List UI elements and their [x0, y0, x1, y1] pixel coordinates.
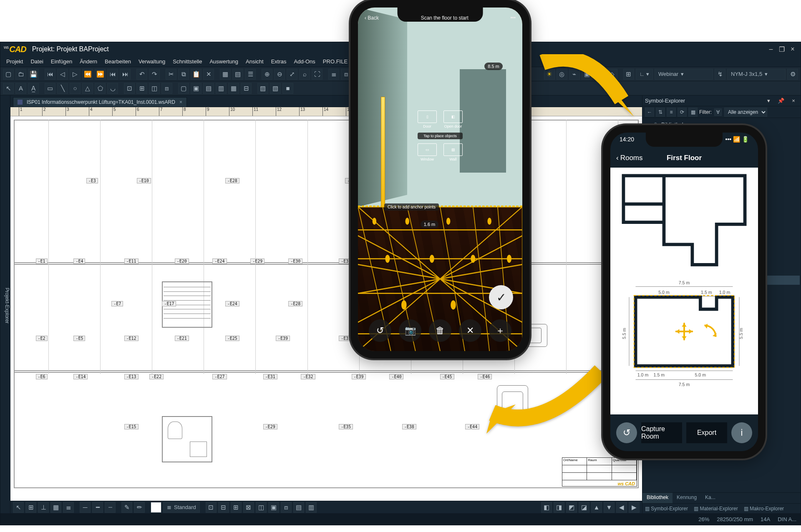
s-pen2-icon[interactable]: ✏ — [134, 502, 145, 513]
zoom-fit-icon[interactable]: ⤢ — [287, 69, 297, 80]
webinar-dropdown[interactable]: Webinar ▾ — [655, 69, 713, 80]
s-layers-icon[interactable]: ≣ — [63, 502, 74, 513]
footer-material-explorer[interactable]: ▥ Material-Explorer — [694, 506, 738, 512]
phone2-undo-button[interactable]: ↺ — [616, 422, 637, 443]
window-close-button[interactable]: × — [788, 45, 797, 54]
nav-first-icon[interactable]: ⏮ — [45, 69, 55, 80]
phone2-info-button[interactable]: i — [731, 422, 752, 443]
menu-datei[interactable]: Datei — [27, 57, 46, 66]
solid-icon[interactable]: ■ — [282, 83, 293, 94]
s-m5-icon[interactable]: ▲ — [591, 502, 602, 513]
hatch1-icon[interactable]: ▨ — [257, 83, 268, 94]
menu-bearbeiten[interactable]: Bearbeiten — [101, 57, 134, 66]
menu-ansicht[interactable]: Ansicht — [242, 57, 267, 66]
paste-icon[interactable]: 📋 — [191, 69, 202, 80]
pt-grid-icon[interactable]: ▦ — [688, 108, 698, 117]
s-e8-icon[interactable]: ▤ — [293, 502, 304, 513]
nav-prev-icon[interactable]: ◁ — [57, 69, 68, 80]
list-icon[interactable]: ☰ — [245, 69, 256, 80]
phone2-export-button[interactable]: Export — [686, 422, 727, 443]
cable-type-dropdown[interactable]: NYM-J 3x1,5 ▾ — [727, 69, 786, 80]
ar-delete-button[interactable]: 🗑 — [429, 319, 451, 342]
panel-pin-icon[interactable]: 📌 — [776, 96, 786, 105]
ar-tool-open-door[interactable]: ◧Open door — [443, 110, 463, 128]
ar-undo-button[interactable]: ↺ — [369, 319, 391, 342]
s-cursor-icon[interactable]: ↖ — [13, 502, 24, 513]
nav-play-icon[interactable]: ▷ — [70, 69, 81, 80]
pt-filter-icon[interactable]: ≡ — [667, 108, 676, 117]
ar-back-button[interactable]: ‹ Back — [365, 15, 379, 21]
new-icon[interactable]: ▢ — [3, 69, 14, 80]
s-snap-icon[interactable]: ⊞ — [25, 502, 36, 513]
box5-icon[interactable]: ▦ — [228, 83, 239, 94]
s-m2-icon[interactable]: ◨ — [554, 502, 564, 513]
s-line2-icon[interactable]: ━ — [92, 502, 103, 513]
menu-verwaltung[interactable]: Verwaltung — [135, 57, 169, 66]
s-color-icon[interactable] — [151, 502, 161, 513]
pt-refresh-icon[interactable]: ⟳ — [678, 108, 687, 117]
text-a-icon[interactable]: A — [15, 83, 26, 94]
s-layers-menu[interactable]: ≣ Standard — [163, 502, 200, 513]
s-grid-icon[interactable]: ▦ — [50, 502, 61, 513]
layer-icon[interactable]: ≣ — [328, 69, 339, 80]
s-m6-icon[interactable]: ▼ — [604, 502, 615, 513]
phone2-capture-button[interactable]: Capture Room — [641, 422, 682, 443]
window-minimize-button[interactable]: – — [766, 45, 776, 54]
ar-tool-window[interactable]: ▭Window — [418, 143, 437, 161]
zoom-region-icon[interactable]: ⌕ — [299, 69, 310, 80]
s-line3-icon[interactable]: ┄ — [105, 502, 116, 513]
menu-einfuegen[interactable]: Einfügen — [48, 57, 76, 66]
s-line-icon[interactable]: ─ — [80, 502, 91, 513]
ar-more-button[interactable]: ••• — [510, 15, 516, 21]
zoom-in-icon[interactable]: ⊕ — [262, 69, 272, 80]
snap2-icon[interactable]: ⊞ — [136, 83, 147, 94]
box2-icon[interactable]: ▣ — [191, 83, 202, 94]
box4-icon[interactable]: ▥ — [216, 83, 227, 94]
gear-icon[interactable]: ⚙ — [787, 69, 798, 80]
tri-icon[interactable]: △ — [82, 83, 93, 94]
snap3-icon[interactable]: ◫ — [149, 83, 160, 94]
copy-icon[interactable]: ⧉ — [178, 69, 189, 80]
menu-extras[interactable]: Extras — [268, 57, 290, 66]
ar-add-button[interactable]: ＋ — [489, 319, 511, 342]
menu-auswertung[interactable]: Auswertung — [206, 57, 242, 66]
pt-back-icon[interactable]: ← — [645, 108, 654, 117]
panel-collapse-icon[interactable]: ▾ — [764, 96, 773, 105]
s-m1-icon[interactable]: ◧ — [541, 502, 552, 513]
poly-icon[interactable]: ⬠ — [95, 83, 106, 94]
s-m3-icon[interactable]: ◩ — [566, 502, 577, 513]
arc-icon[interactable]: ◡ — [107, 83, 118, 94]
s-e6-icon[interactable]: ▣ — [268, 502, 279, 513]
line-icon[interactable]: ╲ — [57, 83, 68, 94]
snap4-icon[interactable]: ⧇ — [161, 83, 172, 94]
close-tab-icon[interactable]: × — [179, 99, 182, 105]
ar-camera-button[interactable]: 📷 — [399, 319, 421, 342]
snap1-icon[interactable]: ⊡ — [124, 83, 135, 94]
s-e9-icon[interactable]: ▥ — [306, 502, 317, 513]
s-e1-icon[interactable]: ⊡ — [206, 502, 217, 513]
s-e5-icon[interactable]: ◫ — [256, 502, 267, 513]
ar-confirm-button[interactable]: ✓ — [489, 285, 513, 309]
document-tab[interactable]: ISP01 Informationsschwerpunkt Lüftung=TK… — [13, 97, 187, 107]
zoom-full-icon[interactable]: ⛶ — [312, 69, 322, 80]
nav-ff-icon[interactable]: ⏩ — [95, 69, 106, 80]
cut-icon[interactable]: ✂ — [166, 69, 176, 80]
menu-addons[interactable]: Add-Ons — [291, 57, 319, 66]
s-e7-icon[interactable]: ⧈ — [281, 502, 292, 513]
circle-icon[interactable]: ○ — [70, 83, 81, 94]
tab-project-explorer[interactable]: Projekt-Explorer — [4, 288, 10, 324]
s-pen-icon[interactable]: ✎ — [121, 502, 132, 513]
ar-tool-door[interactable]: ▯Door — [418, 110, 437, 128]
pt-sort-icon[interactable]: ⇅ — [656, 108, 665, 117]
s-e2-icon[interactable]: ⊟ — [218, 502, 229, 513]
text-a2-icon[interactable]: A̲ — [28, 83, 39, 94]
grid2-icon[interactable]: ▤ — [232, 69, 243, 80]
s-ortho-icon[interactable]: ⊥ — [38, 502, 49, 513]
s-m8-icon[interactable]: ▶ — [629, 502, 640, 513]
phone2-back-button[interactable]: ‹ Rooms — [616, 154, 643, 162]
nav-skipfwd-icon[interactable]: ⏭ — [120, 69, 131, 80]
cursor-icon[interactable]: ↖ — [3, 83, 14, 94]
nav-skipback-icon[interactable]: ⏮ — [107, 69, 118, 80]
menu-projekt[interactable]: Projekt — [3, 57, 26, 66]
ar-cancel-button[interactable]: ✕ — [459, 319, 481, 342]
